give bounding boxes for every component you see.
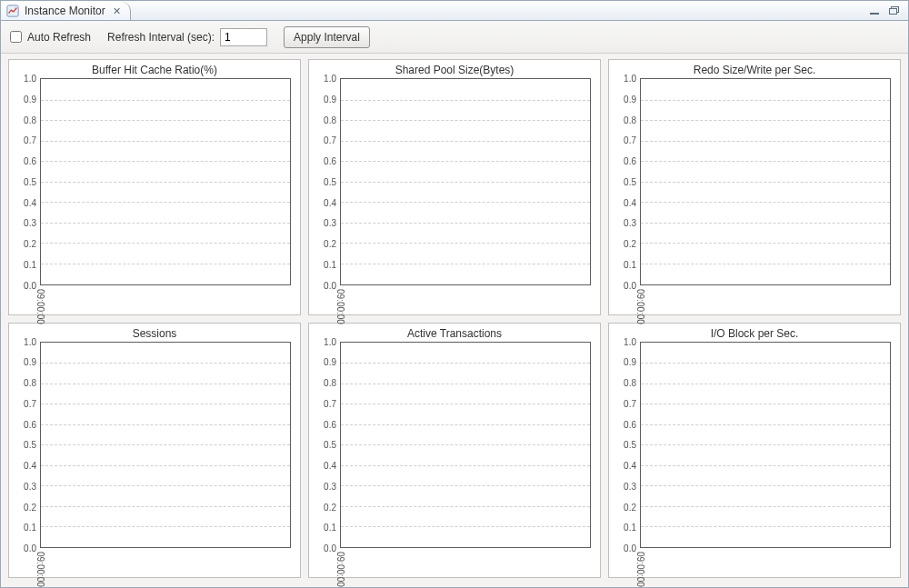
y-tick-label: 0.3 — [624, 218, 636, 228]
y-tick-label: 0.3 — [24, 218, 36, 228]
chart-area: 1.00.90.80.70.60.50.40.30.20.10.0 — [15, 78, 291, 285]
chart-panel: Active Transactions1.00.90.80.70.60.50.4… — [308, 323, 601, 579]
grid-line — [641, 100, 890, 101]
y-tick-label: 0.3 — [24, 481, 36, 491]
y-tick-label: 0.2 — [324, 239, 336, 249]
grid-line — [641, 526, 890, 527]
plot-box — [640, 78, 891, 285]
x-axis: 09:00:00 — [40, 550, 291, 573]
grid-line — [41, 223, 290, 224]
x-tick-label: 09:00:00 — [635, 552, 645, 587]
y-tick-label: 0.2 — [624, 502, 636, 512]
y-tick-label: 0.0 — [324, 280, 336, 290]
panel-title: I/O Block per Sec. — [609, 324, 900, 340]
grid-line — [41, 465, 290, 466]
grid-line — [41, 506, 290, 507]
x-tick-label: 09:00:00 — [335, 289, 345, 324]
y-tick-label: 0.2 — [24, 239, 36, 249]
plot-box — [340, 78, 591, 285]
grid-line — [41, 243, 290, 244]
plot-box — [40, 342, 291, 549]
y-tick-label: 0.0 — [24, 543, 36, 553]
interval-group: Refresh Interval (sec): — [107, 28, 267, 46]
grid-line — [41, 424, 290, 425]
chart-area: 1.00.90.80.70.60.50.40.30.20.10.0 — [614, 342, 891, 549]
grid-line — [341, 506, 590, 507]
grid-line — [41, 182, 290, 183]
toolbar: Auto Refresh Refresh Interval (sec): App… — [1, 21, 908, 54]
y-axis: 1.00.90.80.70.60.50.40.30.20.10.0 — [15, 78, 40, 285]
y-tick-label: 0.5 — [24, 176, 36, 186]
y-axis: 1.00.90.80.70.60.50.40.30.20.10.0 — [614, 342, 640, 549]
minimize-icon[interactable] — [868, 5, 881, 16]
y-tick-label: 0.2 — [324, 502, 336, 512]
x-axis: 09:00:00 — [340, 550, 591, 573]
y-tick-label: 1.0 — [324, 336, 336, 346]
grid-line — [41, 404, 290, 404]
y-tick-label: 0.8 — [624, 115, 636, 125]
y-tick-label: 0.5 — [624, 176, 636, 186]
tab-instance-monitor[interactable]: Instance Monitor ✕ — [1, 2, 131, 20]
close-tab-icon[interactable]: ✕ — [113, 6, 121, 16]
y-tick-label: 0.4 — [24, 461, 36, 471]
grid-line — [41, 141, 290, 142]
y-tick-label: 0.4 — [324, 461, 336, 471]
grid-line — [641, 363, 890, 364]
grid-line — [341, 404, 590, 404]
y-tick-label: 0.7 — [624, 398, 636, 408]
grid-line — [641, 485, 890, 486]
window-controls — [868, 1, 908, 20]
interval-input[interactable] — [220, 28, 267, 46]
y-tick-label: 0.1 — [24, 523, 36, 533]
y-tick-label: 0.5 — [624, 440, 636, 450]
y-tick-label: 0.0 — [624, 280, 636, 290]
grid-line — [341, 363, 590, 364]
auto-refresh-input[interactable] — [10, 31, 22, 43]
y-tick-label: 0.1 — [324, 259, 336, 269]
auto-refresh-label: Auto Refresh — [27, 31, 91, 44]
y-tick-label: 0.9 — [324, 357, 336, 367]
y-tick-label: 0.7 — [324, 135, 336, 145]
y-tick-label: 0.8 — [324, 115, 336, 125]
grid-line — [341, 100, 590, 101]
grid-line — [41, 264, 290, 264]
y-tick-label: 0.2 — [24, 502, 36, 512]
restore-icon[interactable] — [888, 5, 901, 16]
panel-title: Active Transactions — [309, 324, 600, 340]
grid-line — [641, 506, 890, 507]
x-axis: 09:00:00 — [640, 550, 891, 573]
plot-box — [640, 342, 891, 549]
y-tick-label: 0.6 — [324, 156, 336, 166]
chart-area: 1.00.90.80.70.60.50.40.30.20.10.0 — [15, 342, 291, 549]
grid-line — [41, 363, 290, 364]
apply-interval-button[interactable]: Apply Interval — [284, 26, 370, 48]
app-window: Instance Monitor ✕ Auto Refresh Refresh … — [0, 0, 909, 588]
y-tick-label: 0.7 — [24, 135, 36, 145]
grid-line — [341, 182, 590, 183]
y-tick-label: 0.4 — [324, 197, 336, 207]
y-tick-label: 0.0 — [624, 543, 636, 553]
auto-refresh-checkbox[interactable]: Auto Refresh — [10, 31, 91, 44]
y-tick-label: 0.0 — [324, 543, 336, 553]
interval-label: Refresh Interval (sec): — [107, 31, 215, 44]
grid-line — [341, 465, 590, 466]
y-tick-label: 0.1 — [324, 523, 336, 533]
y-tick-label: 0.1 — [624, 259, 636, 269]
grid-line — [341, 444, 590, 445]
y-tick-label: 1.0 — [324, 74, 336, 84]
chart-area: 1.00.90.80.70.60.50.40.30.20.10.0 — [315, 78, 591, 285]
chart-grid: Buffer Hit Cache Ratio(%)1.00.90.80.70.6… — [8, 59, 901, 578]
svg-rect-1 — [870, 13, 879, 15]
panel-title: Sessions — [9, 324, 300, 340]
y-tick-label: 0.4 — [624, 197, 636, 207]
y-tick-label: 0.6 — [24, 156, 36, 166]
x-axis: 09:00:00 — [640, 287, 891, 311]
x-tick-label: 09:00:00 — [35, 289, 45, 324]
grid-line — [41, 161, 290, 162]
grid-line — [41, 444, 290, 445]
grid-line — [41, 202, 290, 203]
grid-line — [41, 120, 290, 121]
y-tick-label: 0.4 — [624, 461, 636, 471]
grid-line — [341, 384, 590, 384]
svg-rect-3 — [890, 8, 897, 14]
